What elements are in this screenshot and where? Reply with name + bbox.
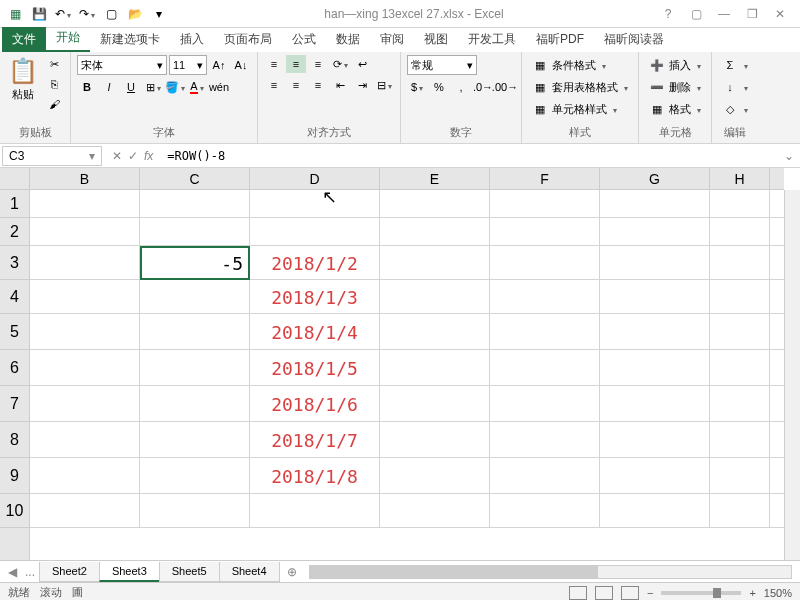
percent-format-icon[interactable]: % (429, 78, 449, 96)
number-format-combo[interactable]: 常规▾ (407, 55, 477, 75)
cell-D2[interactable] (250, 218, 380, 246)
cell-D6[interactable]: 2018/1/5 (250, 350, 380, 386)
help-icon[interactable]: ? (658, 4, 678, 24)
cell-F7[interactable] (490, 386, 600, 422)
col-head-B[interactable]: B (30, 168, 140, 189)
underline-button[interactable]: U (121, 78, 141, 96)
cell-H10[interactable] (710, 494, 770, 528)
row-head-1[interactable]: 1 (0, 190, 29, 218)
cell-C9[interactable] (140, 458, 250, 494)
cell-B6[interactable] (30, 350, 140, 386)
view-page-break-icon[interactable] (621, 586, 639, 600)
cell-D8[interactable]: 2018/1/7 (250, 422, 380, 458)
cell-D4[interactable]: 2018/1/3 (250, 280, 380, 314)
undo-icon[interactable]: ↶ (52, 3, 74, 25)
increase-indent-icon[interactable]: ⇥ (352, 76, 372, 94)
close-icon[interactable]: ✕ (770, 4, 790, 24)
fill-color-button[interactable]: 🪣 (165, 78, 185, 96)
row-head-4[interactable]: 4 (0, 280, 29, 314)
insert-cells-button[interactable]: ➕插入 (645, 55, 705, 75)
wrap-text-icon[interactable]: ↩ (352, 55, 372, 73)
tab-formulas[interactable]: 公式 (282, 27, 326, 52)
cell-D3[interactable]: 2018/1/2 (250, 246, 380, 280)
decrease-indent-icon[interactable]: ⇤ (330, 76, 350, 94)
grow-font-icon[interactable]: A↑ (209, 56, 229, 74)
cell-H7[interactable] (710, 386, 770, 422)
cell-grid[interactable]: -52018/1/22018/1/32018/1/42018/1/52018/1… (30, 190, 784, 560)
new-icon[interactable]: ▢ (100, 3, 122, 25)
view-page-layout-icon[interactable] (595, 586, 613, 600)
excel-icon[interactable]: ▦ (4, 3, 26, 25)
cell-D5[interactable]: 2018/1/4 (250, 314, 380, 350)
cell-E1[interactable] (380, 190, 490, 218)
cell-F10[interactable] (490, 494, 600, 528)
cell-F5[interactable] (490, 314, 600, 350)
row-head-6[interactable]: 6 (0, 350, 29, 386)
cell-B4[interactable] (30, 280, 140, 314)
qat-dropdown-icon[interactable]: ▾ (148, 3, 170, 25)
accounting-format-icon[interactable]: $ (407, 78, 427, 96)
cell-B5[interactable] (30, 314, 140, 350)
bold-button[interactable]: B (77, 78, 97, 96)
cell-B7[interactable] (30, 386, 140, 422)
zoom-slider[interactable] (661, 591, 741, 595)
cell-F2[interactable] (490, 218, 600, 246)
row-head-9[interactable]: 9 (0, 458, 29, 494)
font-color-button[interactable]: A (187, 78, 207, 96)
format-cells-button[interactable]: ▦格式 (645, 99, 705, 119)
cell-C8[interactable] (140, 422, 250, 458)
cell-F4[interactable] (490, 280, 600, 314)
sheet-nav-ellipsis[interactable]: ... (21, 565, 39, 579)
cell-C6[interactable] (140, 350, 250, 386)
fill-button[interactable]: ↓ (718, 77, 752, 97)
format-table-button[interactable]: ▦套用表格格式 (528, 77, 632, 97)
col-head-D[interactable]: D (250, 168, 380, 189)
cell-H2[interactable] (710, 218, 770, 246)
cell-F9[interactable] (490, 458, 600, 494)
font-size-combo[interactable]: 11▾ (169, 55, 207, 75)
cell-H8[interactable] (710, 422, 770, 458)
clear-button[interactable]: ◇ (718, 99, 752, 119)
vertical-scrollbar[interactable] (784, 190, 800, 560)
horizontal-scrollbar[interactable] (309, 565, 792, 579)
align-center-icon[interactable]: ≡ (286, 76, 306, 94)
tab-home[interactable]: 开始 (46, 25, 90, 52)
cell-G10[interactable] (600, 494, 710, 528)
tab-view[interactable]: 视图 (414, 27, 458, 52)
align-top-icon[interactable]: ≡ (264, 55, 284, 73)
cell-F3[interactable] (490, 246, 600, 280)
cell-G1[interactable] (600, 190, 710, 218)
tab-data[interactable]: 数据 (326, 27, 370, 52)
sheet-tab-sheet5[interactable]: Sheet5 (159, 562, 220, 582)
cell-F8[interactable] (490, 422, 600, 458)
tab-insert[interactable]: 插入 (170, 27, 214, 52)
tab-file[interactable]: 文件 (2, 27, 46, 52)
conditional-format-button[interactable]: ▦条件格式 (528, 55, 632, 75)
col-head-F[interactable]: F (490, 168, 600, 189)
ribbon-toggle-icon[interactable]: ▢ (686, 4, 706, 24)
cell-E5[interactable] (380, 314, 490, 350)
cell-E4[interactable] (380, 280, 490, 314)
cell-B8[interactable] (30, 422, 140, 458)
cell-H4[interactable] (710, 280, 770, 314)
cell-D1[interactable] (250, 190, 380, 218)
sheet-tab-sheet2[interactable]: Sheet2 (39, 562, 100, 582)
sheet-tab-sheet3[interactable]: Sheet3 (99, 562, 160, 582)
col-head-H[interactable]: H (710, 168, 770, 189)
open-icon[interactable]: 📂 (124, 3, 146, 25)
zoom-out-icon[interactable]: − (647, 587, 653, 599)
cell-C3[interactable]: -5 (140, 246, 250, 280)
cell-E10[interactable] (380, 494, 490, 528)
sheet-nav-prev-icon[interactable]: ◀ (4, 565, 21, 579)
tab-review[interactable]: 审阅 (370, 27, 414, 52)
phonetic-button[interactable]: wén (209, 78, 229, 96)
cell-B1[interactable] (30, 190, 140, 218)
cell-H3[interactable] (710, 246, 770, 280)
row-head-3[interactable]: 3 (0, 246, 29, 280)
cell-H9[interactable] (710, 458, 770, 494)
orientation-icon[interactable]: ⟳ (330, 55, 350, 73)
cell-D7[interactable]: 2018/1/6 (250, 386, 380, 422)
shrink-font-icon[interactable]: A↓ (231, 56, 251, 74)
paste-button[interactable]: 📋 粘贴 (6, 55, 40, 104)
cell-E2[interactable] (380, 218, 490, 246)
